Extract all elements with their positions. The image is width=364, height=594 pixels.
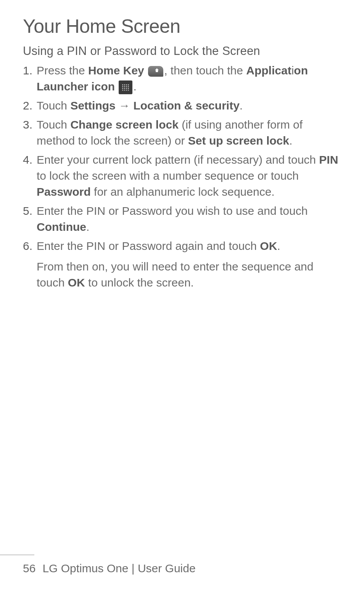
step-5: 5. Enter the PIN or Password you wish to…: [23, 203, 341, 235]
home-key-icon: [148, 66, 163, 77]
guide-title: LG Optimus One | User Guide: [42, 562, 195, 575]
step-number: 1.: [23, 63, 32, 79]
step-6: 6. Enter the PIN or Password again and t…: [23, 238, 341, 291]
app-launcher-icon: [119, 80, 132, 94]
step-text: , then touch the: [164, 64, 246, 77]
step-text: to lock the screen with a number sequenc…: [37, 169, 299, 182]
home-key-label: Home Key: [88, 64, 144, 77]
step-text: .: [86, 221, 89, 233]
step-number: 4.: [23, 152, 32, 168]
setup-screen-lock-label: Set up screen lock: [188, 134, 289, 147]
continue-label: Continue: [37, 221, 86, 233]
page-footer: 56LG Optimus One | User Guide: [0, 555, 364, 575]
step-text: Press the: [37, 64, 88, 77]
section-heading: Using a PIN or Password to Lock the Scre…: [23, 44, 341, 58]
location-security-label: Location & security: [133, 99, 239, 112]
step-6-sub: From then on, you will need to enter the…: [37, 259, 341, 291]
step-number: 5.: [23, 203, 32, 219]
step-2: 2. Touch Settings → Location & security.: [23, 98, 341, 114]
password-label: Password: [37, 185, 91, 198]
page-number: 56: [23, 562, 35, 575]
step-text: Enter the PIN or Password again and touc…: [37, 240, 260, 252]
step-number: 2.: [23, 98, 32, 114]
footer-text: 56LG Optimus One | User Guide: [0, 562, 364, 575]
pin-label: PIN: [319, 153, 338, 166]
step-text: .: [133, 80, 136, 93]
instruction-list: 1. Press the Home Key , then touch the A…: [23, 63, 341, 291]
ok-label: OK: [260, 240, 277, 252]
sub-text: to unlock the screen.: [85, 276, 194, 289]
step-text: .: [289, 134, 292, 147]
arrow-icon: →: [116, 99, 134, 112]
page-title: Your Home Screen: [23, 15, 341, 37]
launcher-label-part1: Applicat: [246, 64, 291, 77]
step-number: 6.: [23, 238, 32, 254]
step-number: 3.: [23, 117, 32, 133]
step-3: 3. Touch Change screen lock (if using an…: [23, 117, 341, 149]
step-text: Enter your current lock pattern (if nece…: [37, 153, 319, 166]
settings-label: Settings: [70, 99, 115, 112]
step-4: 4. Enter your current lock pattern (if n…: [23, 152, 341, 200]
ok-label: OK: [68, 276, 85, 289]
step-text: .: [240, 99, 243, 112]
step-text: Touch: [37, 99, 70, 112]
change-screen-lock-label: Change screen lock: [70, 118, 178, 131]
step-text: Touch: [37, 118, 70, 131]
step-text: Enter the PIN or Password you wish to us…: [37, 204, 308, 217]
footer-divider: [0, 555, 34, 555]
step-text: .: [277, 240, 280, 252]
step-text: for an alphanumeric lock sequence.: [91, 185, 275, 198]
step-1: 1. Press the Home Key , then touch the A…: [23, 63, 341, 95]
